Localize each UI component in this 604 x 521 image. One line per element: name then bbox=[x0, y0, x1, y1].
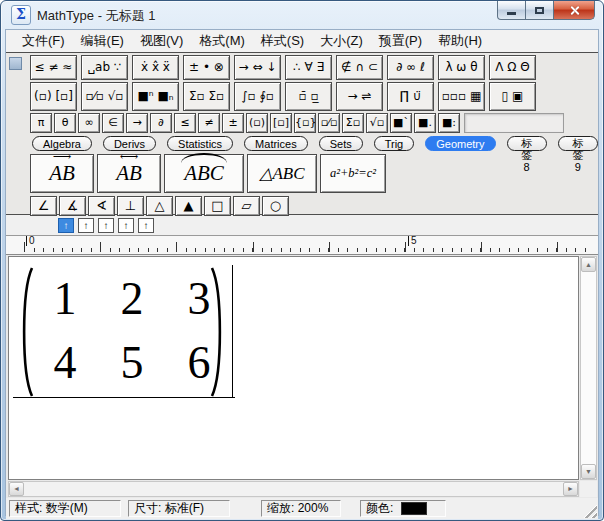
small-bar-button[interactable]: √▫ bbox=[366, 113, 388, 133]
small-bar-button[interactable]: ▫⁄▫ bbox=[318, 113, 340, 133]
vertical-scrollbar[interactable]: ▲ ▼ bbox=[580, 256, 597, 480]
geometry-symbol-button[interactable]: ∡ bbox=[59, 196, 86, 216]
template-palette-button[interactable]: (▫) [▫] bbox=[30, 82, 77, 111]
small-bar-button[interactable]: (▫) bbox=[246, 113, 268, 133]
small-bar-button[interactable]: ± bbox=[222, 113, 244, 133]
horizontal-scrollbar[interactable]: ◄ ► bbox=[8, 481, 579, 497]
tabstop-button[interactable]: ↑ bbox=[58, 218, 74, 233]
template-palette-button[interactable]: ■ⁿ ■ₙ bbox=[132, 82, 179, 111]
geometry-symbol-button[interactable]: ▲ bbox=[175, 196, 202, 216]
geometry-symbol-button[interactable]: ⊥ bbox=[117, 196, 144, 216]
geometry-expression-button[interactable]: ABC bbox=[164, 154, 244, 193]
template-palette-button[interactable]: ∏̈ ∪̈ bbox=[387, 82, 434, 111]
small-bar-button[interactable]: ∞ bbox=[78, 113, 100, 133]
small-bar-button[interactable]: ≤ bbox=[174, 113, 196, 133]
symbol-palette-button[interactable]: ≤ ≠ ≈ bbox=[30, 55, 77, 80]
palette-tab[interactable]: 标签 8 bbox=[507, 136, 547, 151]
symbol-palette-button[interactable]: ␣ab ∵ bbox=[81, 55, 128, 80]
symbol-palette-button[interactable]: ẋ x̂ ẍ bbox=[132, 55, 179, 80]
symbol-palette-button[interactable]: → ⇔ ↓ bbox=[234, 55, 281, 80]
small-bar-button[interactable]: {▫} bbox=[294, 113, 316, 133]
close-button[interactable] bbox=[553, 1, 595, 20]
geometry-symbol-button[interactable]: □ bbox=[204, 196, 231, 216]
geometry-symbol-button[interactable]: △ bbox=[146, 196, 173, 216]
small-bar-button[interactable]: ■` bbox=[390, 113, 412, 133]
matrix-cell: 1 bbox=[41, 269, 89, 329]
template-palette-button[interactable]: ▫⁄▫ √▫ bbox=[81, 82, 128, 111]
tabstop-button[interactable]: ↑ bbox=[118, 218, 134, 233]
status-zoom[interactable]: 缩放: 200% bbox=[261, 500, 341, 517]
geometry-expression-row: ABABABC△ABCa²+b²=c² bbox=[30, 154, 598, 193]
palette-tab[interactable]: Matrices bbox=[244, 136, 308, 151]
matrix-expression[interactable]: 1 2 3 4 5 6 bbox=[17, 263, 239, 403]
palette-tab[interactable]: Trig bbox=[374, 136, 415, 151]
geometry-symbol-button[interactable]: ○ bbox=[262, 196, 289, 216]
scroll-down-icon[interactable]: ▼ bbox=[581, 464, 596, 479]
small-bar-button[interactable]: θ bbox=[54, 113, 76, 133]
small-bar-button[interactable]: π bbox=[30, 113, 52, 133]
small-bar-button[interactable]: → bbox=[126, 113, 148, 133]
status-style[interactable]: 样式: 数学(M) bbox=[9, 500, 121, 517]
menu-item[interactable]: 文件(F) bbox=[14, 30, 73, 52]
tabstop-button[interactable]: ↑ bbox=[138, 218, 154, 233]
menu-item[interactable]: 格式(M) bbox=[191, 30, 253, 52]
scroll-left-icon[interactable]: ◄ bbox=[9, 482, 24, 496]
geometry-expression-button[interactable]: △ABC bbox=[247, 154, 317, 193]
tabstop-button[interactable]: ↑ bbox=[98, 218, 114, 233]
menu-item[interactable]: 大小(Z) bbox=[312, 30, 371, 52]
template-palette-button[interactable]: → ⇌ bbox=[336, 82, 383, 111]
work-area: 1 2 3 4 5 6 ▲ ▼ ◄ ► bbox=[6, 255, 598, 498]
scrollbar-corner bbox=[580, 481, 597, 497]
template-palette-button[interactable]: Σ▫ Σ▫ bbox=[183, 82, 230, 111]
palette-tab[interactable]: 标签 9 bbox=[558, 136, 598, 151]
scroll-right-icon[interactable]: ► bbox=[563, 482, 578, 496]
title-bar[interactable]: Σ MathType - 无标题 1 bbox=[1, 1, 603, 29]
template-palette-button[interactable]: ▯ ▣ bbox=[489, 82, 536, 111]
symbol-palette-button[interactable]: λ ω θ bbox=[438, 55, 485, 80]
palette-tab[interactable]: Sets bbox=[319, 136, 363, 151]
small-bar-button[interactable]: ■: bbox=[438, 113, 460, 133]
scroll-up-icon[interactable]: ▲ bbox=[581, 257, 596, 272]
geometry-expression-button[interactable]: AB bbox=[97, 154, 161, 193]
menu-item[interactable]: 编辑(E) bbox=[73, 30, 132, 52]
equation-canvas[interactable]: 1 2 3 4 5 6 bbox=[8, 256, 579, 480]
geometry-expression-button[interactable]: a²+b²=c² bbox=[320, 154, 386, 193]
status-size[interactable]: 尺寸: 标准(F) bbox=[128, 500, 230, 517]
template-palette-button[interactable]: ▫̄ ▫̲ bbox=[285, 82, 332, 111]
geometry-expression-button[interactable]: AB bbox=[30, 154, 94, 193]
small-bar-button[interactable]: [▫] bbox=[270, 113, 292, 133]
symbol-palette-button[interactable]: ∂ ∞ ℓ bbox=[387, 55, 434, 80]
geometry-symbol-button[interactable]: ∢ bbox=[88, 196, 115, 216]
symbol-palette-button[interactable]: ∉ ∩ ⊂ bbox=[336, 55, 383, 80]
toolbar-grip[interactable] bbox=[9, 57, 22, 70]
client-area: 文件(F)编辑(E)视图(V)格式(M)样式(S)大小(Z)预置(P)帮助(H)… bbox=[5, 29, 599, 516]
menu-item[interactable]: 视图(V) bbox=[132, 30, 191, 52]
resize-grip[interactable] bbox=[583, 504, 597, 518]
small-bar-button[interactable]: ∂ bbox=[150, 113, 172, 133]
template-palette-button[interactable]: ∫▫ ∮▫ bbox=[234, 82, 281, 111]
status-color[interactable]: 颜色: bbox=[360, 500, 446, 517]
symbol-palette-button[interactable]: Λ Ω Θ bbox=[489, 55, 536, 80]
palette-tab[interactable]: Statistics bbox=[167, 136, 233, 151]
symbol-palette-button[interactable]: ∴ ∀ ∃ bbox=[285, 55, 332, 80]
toolbar-panel: ≤ ≠ ≈␣ab ∵ẋ x̂ ẍ± • ⊗→ ⇔ ↓∴ ∀ ∃∉ ∩ ⊂∂ ∞ … bbox=[6, 52, 598, 215]
small-bar-button[interactable]: ≠ bbox=[198, 113, 220, 133]
template-palette-button[interactable]: ▫▫▫ ▦ bbox=[438, 82, 485, 111]
symbol-palette-button[interactable]: ± • ⊗ bbox=[183, 55, 230, 80]
small-bar-button[interactable]: ∈ bbox=[102, 113, 124, 133]
small-bar-button[interactable]: Σ▫ bbox=[342, 113, 364, 133]
tabstop-button[interactable]: ↑ bbox=[78, 218, 94, 233]
palette-tab[interactable]: Geometry bbox=[425, 136, 495, 151]
minimize-button[interactable] bbox=[497, 1, 526, 20]
geometry-symbol-button[interactable]: ∠ bbox=[30, 196, 57, 216]
ruler[interactable]: 0 5 bbox=[6, 236, 598, 255]
menu-item[interactable]: 样式(S) bbox=[253, 30, 312, 52]
small-bar-button[interactable]: ■. bbox=[414, 113, 436, 133]
maximize-button[interactable] bbox=[526, 1, 553, 20]
geometry-symbol-button[interactable]: ▱ bbox=[233, 196, 260, 216]
menu-item[interactable]: 预置(P) bbox=[371, 30, 430, 52]
close-icon bbox=[569, 5, 580, 16]
menu-item[interactable]: 帮助(H) bbox=[430, 30, 490, 52]
ruler-ticks bbox=[24, 240, 594, 252]
insertion-line-horizontal bbox=[13, 397, 235, 398]
